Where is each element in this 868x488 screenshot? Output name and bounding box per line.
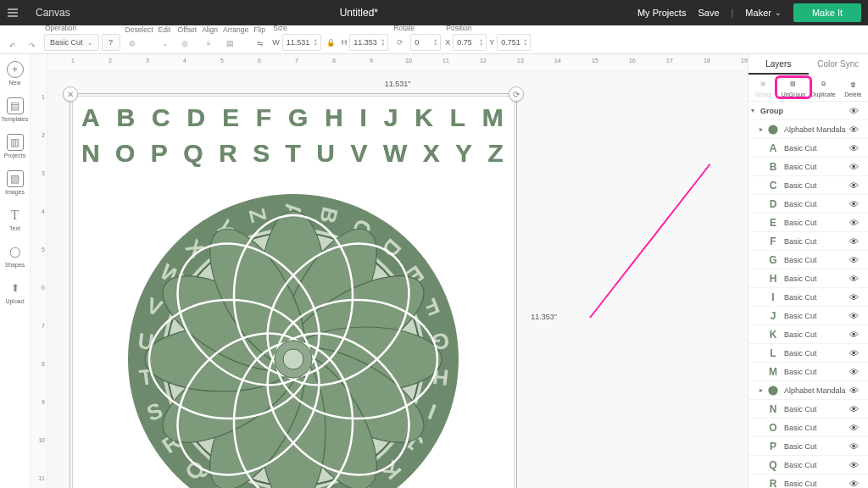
edit-options-bar: ↶ ↷ Operation Basic Cut ⌄ ? Deselect ⊘ E…: [0, 25, 868, 54]
stepper-icon[interactable]: ▲▼: [381, 38, 385, 47]
size-label: Size: [272, 24, 388, 32]
layer-row[interactable]: LBasic Cut👁: [748, 344, 868, 363]
rotate-handle-icon[interactable]: ⟳: [509, 86, 524, 102]
layer-row[interactable]: JBasic Cut👁: [748, 307, 868, 325]
delete-button[interactable]: 🗑Delete: [838, 78, 868, 97]
y-prefix: Y: [489, 38, 494, 47]
left-tool-rail: +New ▤Templates ▥Projects ▧Images TText …: [0, 54, 31, 488]
templates-button[interactable]: ▤Templates: [0, 96, 30, 124]
flip-icon[interactable]: ⇋: [253, 36, 268, 51]
layer-row[interactable]: IBasic Cut👁: [748, 288, 868, 307]
topbar: Canvas Untitled* My Projects Save | Make…: [0, 0, 868, 25]
tab-layers[interactable]: Layers: [748, 54, 809, 75]
layer-row[interactable]: GBasic Cut👁: [748, 251, 868, 269]
layer-row[interactable]: ABasic Cut👁: [748, 139, 868, 158]
annotation-highlight: [775, 75, 811, 99]
operation-help[interactable]: ?: [102, 34, 120, 51]
upload-button[interactable]: ⬆Upload: [0, 278, 30, 306]
group-icon: ▣: [756, 78, 771, 90]
annotation-arrow: [589, 164, 710, 318]
projects-icon: ▥: [7, 134, 24, 151]
layer-row[interactable]: EBasic Cut👁: [748, 214, 868, 232]
selection-bounds[interactable]: ✕ ⟳ 11.353": [70, 93, 517, 488]
layer-row[interactable]: FBasic Cut👁: [748, 232, 868, 251]
layer-row[interactable]: QBasic Cut👁: [748, 456, 868, 474]
layer-row[interactable]: RBasic Cut👁: [748, 474, 868, 488]
lock-aspect-icon[interactable]: 🔒: [324, 35, 339, 50]
operation-value: Basic Cut: [50, 38, 83, 47]
layer-row[interactable]: PBasic Cut👁: [748, 437, 868, 456]
undo-icon[interactable]: ↶: [5, 38, 20, 53]
delete-handle-icon[interactable]: ✕: [63, 86, 78, 102]
height-prefix: H: [342, 38, 348, 47]
duplicate-button[interactable]: ⧉Duplicate: [809, 78, 838, 97]
rotate-input[interactable]: 0▲▼: [410, 34, 441, 51]
images-button[interactable]: ▧Images: [0, 169, 30, 197]
my-projects-link[interactable]: My Projects: [637, 8, 686, 18]
operation-label: Operation: [44, 24, 120, 32]
layers-list[interactable]: ▾Group👁▸Alphabet Mandala👁ABasic Cut👁BBas…: [748, 102, 868, 488]
ungroup-button[interactable]: ▧UnGroup: [778, 78, 808, 97]
offset-icon[interactable]: ◎: [177, 36, 192, 51]
offset-label: Offset: [177, 25, 198, 34]
layer-row[interactable]: HBasic Cut👁: [748, 269, 868, 288]
upload-icon: ⬆: [7, 280, 24, 297]
canvas-workspace[interactable]: 1234567891011 12345678910111213141516171…: [31, 54, 748, 488]
right-panel: Layers Color Sync ▣Group ▧UnGroup ⧉Dupli…: [748, 54, 868, 488]
machine-selector[interactable]: Maker ⌄: [745, 8, 782, 18]
layer-operations: ▣Group ▧UnGroup ⧉Duplicate 🗑Delete: [748, 75, 868, 102]
layer-row[interactable]: ▸Alphabet Mandala👁: [748, 120, 868, 139]
arrange-icon[interactable]: ▤: [222, 36, 237, 51]
height-input[interactable]: 11.353▲▼: [349, 34, 388, 51]
selection-height-label: 11.353": [531, 313, 557, 321]
vertical-ruler: 1234567891011: [31, 54, 47, 488]
redo-icon[interactable]: ↷: [25, 38, 40, 53]
chevron-down-icon: ⌄: [775, 8, 782, 17]
align-label: Align: [201, 25, 218, 34]
shapes-button[interactable]: ◯Shapes: [0, 241, 30, 269]
layer-row[interactable]: BBasic Cut👁: [748, 158, 868, 176]
canvas-stage[interactable]: 11.531" ABCDEFGHIJKLM NOPQRSTUVWXYZ ABCD…: [47, 71, 748, 488]
layer-row[interactable]: KBasic Cut👁: [748, 325, 868, 344]
plus-icon: +: [7, 61, 24, 78]
layer-row[interactable]: NBasic Cut👁: [748, 400, 868, 419]
width-input[interactable]: 11.531▲▼: [282, 34, 321, 51]
panel-tabs: Layers Color Sync: [748, 54, 868, 75]
operation-dropdown[interactable]: Basic Cut ⌄: [44, 34, 99, 51]
text-button[interactable]: TText: [0, 205, 30, 233]
flip-label: Flip: [253, 25, 268, 34]
stepper-icon[interactable]: ▲▼: [479, 38, 483, 47]
layer-row[interactable]: CBasic Cut👁: [748, 176, 868, 195]
projects-button[interactable]: ▥Projects: [0, 132, 30, 160]
align-icon[interactable]: ≡: [201, 36, 216, 51]
edit-dropdown-icon[interactable]: ⌄: [158, 36, 173, 51]
make-it-button[interactable]: Make It: [793, 3, 861, 22]
layer-row[interactable]: ▾Group👁: [748, 102, 868, 120]
images-icon: ▧: [7, 170, 24, 187]
save-link[interactable]: Save: [698, 8, 719, 18]
new-button[interactable]: +New: [0, 59, 30, 87]
x-prefix: X: [445, 38, 450, 47]
layer-row[interactable]: MBasic Cut👁: [748, 363, 868, 381]
layer-row[interactable]: DBasic Cut👁: [748, 195, 868, 214]
trash-icon: 🗑: [845, 78, 860, 90]
x-input[interactable]: 0.75▲▼: [453, 34, 487, 51]
hamburger-menu-icon[interactable]: [0, 0, 25, 25]
arrange-label: Arrange: [222, 25, 248, 34]
help-icon: ?: [108, 38, 113, 47]
layer-row[interactable]: OBasic Cut👁: [748, 419, 868, 437]
y-input[interactable]: 0.751▲▼: [497, 34, 531, 51]
horizontal-ruler: 12345678910111213141516171819: [47, 54, 748, 71]
stepper-icon[interactable]: ▲▼: [433, 38, 437, 47]
machine-label: Maker: [745, 8, 771, 18]
rotate-label: Rotate: [392, 24, 441, 32]
document-title[interactable]: Untitled*: [81, 7, 637, 19]
deselect-icon[interactable]: ⊘: [125, 36, 140, 51]
stepper-icon[interactable]: ▲▼: [314, 38, 318, 47]
main-area: +New ▤Templates ▥Projects ▧Images TText …: [0, 54, 868, 488]
layer-row[interactable]: ▸Alphabet Mandala👁: [748, 381, 868, 400]
text-icon: T: [7, 207, 24, 224]
tab-color-sync[interactable]: Color Sync: [809, 54, 869, 75]
svg-point-55: [768, 385, 777, 395]
stepper-icon[interactable]: ▲▼: [523, 38, 527, 47]
